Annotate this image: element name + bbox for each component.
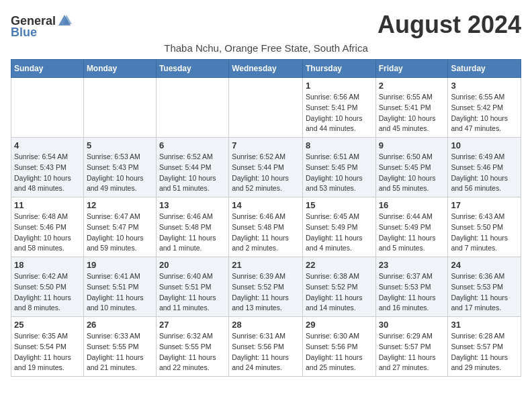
calendar-cell: 1Sunrise: 6:56 AM Sunset: 5:41 PM Daylig… <box>302 78 375 138</box>
day-number: 11 <box>14 200 81 210</box>
calendar-cell: 26Sunrise: 6:33 AM Sunset: 5:55 PM Dayli… <box>83 317 156 377</box>
calendar-week-row: 11Sunrise: 6:48 AM Sunset: 5:46 PM Dayli… <box>11 197 521 257</box>
day-info: Sunrise: 6:44 AM Sunset: 5:49 PM Dayligh… <box>379 212 445 254</box>
day-number: 5 <box>87 140 153 150</box>
day-info: Sunrise: 6:53 AM Sunset: 5:43 PM Dayligh… <box>87 152 153 194</box>
column-header-wednesday: Wednesday <box>229 60 303 78</box>
day-info: Sunrise: 6:41 AM Sunset: 5:51 PM Dayligh… <box>87 271 153 314</box>
day-number: 21 <box>232 260 300 270</box>
day-info: Sunrise: 6:32 AM Sunset: 5:55 PM Dayligh… <box>159 331 226 373</box>
calendar-cell: 23Sunrise: 6:37 AM Sunset: 5:53 PM Dayli… <box>375 257 448 317</box>
day-number: 1 <box>306 81 373 91</box>
calendar-cell <box>156 78 228 138</box>
day-info: Sunrise: 6:48 AM Sunset: 5:46 PM Dayligh… <box>14 212 81 254</box>
day-number: 12 <box>87 200 153 210</box>
calendar-table: SundayMondayTuesdayWednesdayThursdayFrid… <box>11 59 521 377</box>
calendar-cell <box>83 78 156 138</box>
column-header-friday: Friday <box>375 60 448 78</box>
day-info: Sunrise: 6:39 AM Sunset: 5:52 PM Dayligh… <box>232 271 300 314</box>
column-header-saturday: Saturday <box>448 60 521 78</box>
calendar-cell: 27Sunrise: 6:32 AM Sunset: 5:55 PM Dayli… <box>156 317 228 377</box>
calendar-cell: 28Sunrise: 6:31 AM Sunset: 5:56 PM Dayli… <box>229 317 303 377</box>
day-number: 4 <box>14 140 81 150</box>
calendar-cell: 10Sunrise: 6:49 AM Sunset: 5:46 PM Dayli… <box>448 138 521 197</box>
day-info: Sunrise: 6:52 AM Sunset: 5:44 PM Dayligh… <box>159 152 226 194</box>
calendar-cell: 29Sunrise: 6:30 AM Sunset: 5:56 PM Dayli… <box>302 317 375 377</box>
calendar-week-row: 18Sunrise: 6:42 AM Sunset: 5:50 PM Dayli… <box>11 257 521 317</box>
day-number: 7 <box>232 140 300 150</box>
calendar-cell: 3Sunrise: 6:55 AM Sunset: 5:42 PM Daylig… <box>448 78 521 138</box>
calendar-cell: 30Sunrise: 6:29 AM Sunset: 5:57 PM Dayli… <box>375 317 448 377</box>
day-number: 14 <box>232 200 300 210</box>
calendar-cell <box>229 78 303 138</box>
calendar-cell: 25Sunrise: 6:35 AM Sunset: 5:54 PM Dayli… <box>11 317 84 377</box>
calendar-cell: 11Sunrise: 6:48 AM Sunset: 5:46 PM Dayli… <box>11 197 84 257</box>
column-header-thursday: Thursday <box>302 60 375 78</box>
calendar-cell: 22Sunrise: 6:38 AM Sunset: 5:52 PM Dayli… <box>302 257 375 317</box>
calendar-cell: 24Sunrise: 6:36 AM Sunset: 5:53 PM Dayli… <box>448 257 521 317</box>
day-info: Sunrise: 6:45 AM Sunset: 5:49 PM Dayligh… <box>306 212 373 254</box>
day-number: 27 <box>159 320 226 330</box>
calendar-body: 1Sunrise: 6:56 AM Sunset: 5:41 PM Daylig… <box>11 78 521 377</box>
calendar-week-row: 1Sunrise: 6:56 AM Sunset: 5:41 PM Daylig… <box>11 78 521 138</box>
day-number: 25 <box>14 320 81 330</box>
day-info: Sunrise: 6:29 AM Sunset: 5:57 PM Dayligh… <box>379 331 445 373</box>
column-header-tuesday: Tuesday <box>156 60 228 78</box>
day-info: Sunrise: 6:55 AM Sunset: 5:41 PM Dayligh… <box>379 92 445 134</box>
calendar-cell: 14Sunrise: 6:46 AM Sunset: 5:48 PM Dayli… <box>229 197 303 257</box>
day-number: 29 <box>306 320 373 330</box>
calendar-cell: 13Sunrise: 6:46 AM Sunset: 5:48 PM Dayli… <box>156 197 228 257</box>
day-info: Sunrise: 6:47 AM Sunset: 5:47 PM Dayligh… <box>87 212 153 254</box>
day-info: Sunrise: 6:31 AM Sunset: 5:56 PM Dayligh… <box>232 331 300 373</box>
logo-icon <box>57 13 72 28</box>
day-number: 10 <box>451 140 518 150</box>
day-info: Sunrise: 6:35 AM Sunset: 5:54 PM Dayligh… <box>14 331 81 373</box>
day-info: Sunrise: 6:54 AM Sunset: 5:43 PM Dayligh… <box>14 152 81 194</box>
day-info: Sunrise: 6:40 AM Sunset: 5:51 PM Dayligh… <box>159 271 226 314</box>
day-number: 3 <box>451 81 518 91</box>
calendar-cell: 4Sunrise: 6:54 AM Sunset: 5:43 PM Daylig… <box>11 138 84 197</box>
day-info: Sunrise: 6:33 AM Sunset: 5:55 PM Dayligh… <box>87 331 153 373</box>
day-info: Sunrise: 6:51 AM Sunset: 5:45 PM Dayligh… <box>306 152 373 194</box>
day-info: Sunrise: 6:55 AM Sunset: 5:42 PM Dayligh… <box>451 92 518 134</box>
day-number: 2 <box>379 81 445 91</box>
location-title: Thaba Nchu, Orange Free State, South Afr… <box>11 42 521 54</box>
calendar-cell: 31Sunrise: 6:28 AM Sunset: 5:57 PM Dayli… <box>448 317 521 377</box>
day-info: Sunrise: 6:37 AM Sunset: 5:53 PM Dayligh… <box>379 271 445 314</box>
day-number: 6 <box>159 140 226 150</box>
logo: General Blue <box>11 13 72 40</box>
day-info: Sunrise: 6:49 AM Sunset: 5:46 PM Dayligh… <box>451 152 518 194</box>
day-info: Sunrise: 6:52 AM Sunset: 5:44 PM Dayligh… <box>232 152 300 194</box>
calendar-cell: 12Sunrise: 6:47 AM Sunset: 5:47 PM Dayli… <box>83 197 156 257</box>
calendar-cell: 18Sunrise: 6:42 AM Sunset: 5:50 PM Dayli… <box>11 257 84 317</box>
day-info: Sunrise: 6:46 AM Sunset: 5:48 PM Dayligh… <box>232 212 300 254</box>
day-info: Sunrise: 6:36 AM Sunset: 5:53 PM Dayligh… <box>451 271 518 314</box>
day-number: 28 <box>232 320 300 330</box>
day-number: 18 <box>14 260 81 270</box>
day-number: 17 <box>451 200 518 210</box>
month-year-title: August 2024 <box>378 11 521 39</box>
day-info: Sunrise: 6:46 AM Sunset: 5:48 PM Dayligh… <box>159 212 226 254</box>
page-header: General Blue August 2024 <box>11 11 521 40</box>
calendar-header-row: SundayMondayTuesdayWednesdayThursdayFrid… <box>11 60 521 78</box>
day-number: 22 <box>306 260 373 270</box>
day-number: 15 <box>306 200 373 210</box>
calendar-cell: 7Sunrise: 6:52 AM Sunset: 5:44 PM Daylig… <box>229 138 303 197</box>
calendar-cell: 5Sunrise: 6:53 AM Sunset: 5:43 PM Daylig… <box>83 138 156 197</box>
day-info: Sunrise: 6:43 AM Sunset: 5:50 PM Dayligh… <box>451 212 518 254</box>
day-info: Sunrise: 6:42 AM Sunset: 5:50 PM Dayligh… <box>14 271 81 314</box>
day-number: 26 <box>87 320 153 330</box>
calendar-cell: 8Sunrise: 6:51 AM Sunset: 5:45 PM Daylig… <box>302 138 375 197</box>
calendar-cell: 6Sunrise: 6:52 AM Sunset: 5:44 PM Daylig… <box>156 138 228 197</box>
day-number: 24 <box>451 260 518 270</box>
day-number: 13 <box>159 200 226 210</box>
day-number: 31 <box>451 320 518 330</box>
day-info: Sunrise: 6:38 AM Sunset: 5:52 PM Dayligh… <box>306 271 373 314</box>
day-info: Sunrise: 6:56 AM Sunset: 5:41 PM Dayligh… <box>306 92 373 134</box>
day-number: 9 <box>379 140 445 150</box>
calendar-cell: 2Sunrise: 6:55 AM Sunset: 5:41 PM Daylig… <box>375 78 448 138</box>
calendar-cell: 15Sunrise: 6:45 AM Sunset: 5:49 PM Dayli… <box>302 197 375 257</box>
day-number: 19 <box>87 260 153 270</box>
calendar-cell <box>11 78 84 138</box>
day-info: Sunrise: 6:30 AM Sunset: 5:56 PM Dayligh… <box>306 331 373 373</box>
